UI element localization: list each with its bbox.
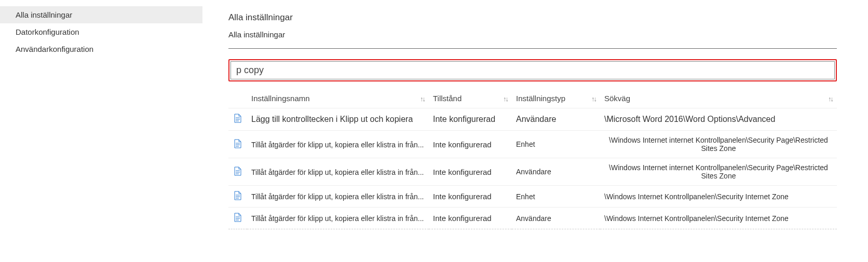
row-icon-cell [228, 208, 247, 229]
column-header-state[interactable]: Tillstånd ↑↓ [429, 89, 512, 108]
row-path-cell: \Windows Internet Kontrollpanelen\Securi… [600, 186, 837, 208]
column-header-label: Inställningstyp [516, 94, 565, 103]
sidebar-item-label: Datorkonfiguration [16, 27, 79, 36]
row-icon-cell [228, 186, 247, 208]
search-highlight [228, 59, 837, 81]
setting-name: Lägg till kontrolltecken i Klipp ut och … [251, 115, 413, 124]
row-icon-cell [228, 108, 247, 131]
table-row[interactable]: Lägg till kontrolltecken i Klipp ut och … [228, 108, 837, 131]
table-row[interactable]: Tillåt åtgärder för klipp ut, kopiera el… [228, 208, 837, 229]
document-icon [234, 167, 242, 177]
main-content: Alla inställningar Alla inställningar In… [202, 0, 868, 229]
row-name-cell: Tillåt åtgärder för klipp ut, kopiera el… [247, 208, 429, 229]
sidebar-item-computer-config[interactable]: Datorkonfiguration [0, 23, 202, 40]
sidebar-item-all-settings[interactable]: Alla inställningar [0, 6, 202, 23]
row-path-cell: \Windows Internet internet Kontrollpanel… [600, 158, 837, 186]
sidebar-item-user-config[interactable]: Användarkonfiguration [0, 40, 202, 58]
column-header-label: Inställningsnamn [251, 94, 310, 103]
document-icon [234, 139, 242, 150]
row-type-cell: Enhet [512, 186, 600, 208]
setting-name: Tillåt åtgärder för klipp ut, kopiera el… [251, 214, 424, 223]
sidebar: Alla inställningar Datorkonfiguration An… [0, 0, 202, 229]
settings-table: Inställningsnamn ↑↓ Tillstånd ↑↓ Inställ… [228, 89, 837, 229]
row-name-cell: Tillåt åtgärder för klipp ut, kopiera el… [247, 131, 429, 158]
document-icon [234, 213, 242, 224]
page-subtitle: Alla inställningar [228, 30, 837, 43]
document-icon [234, 114, 242, 125]
row-state-cell: Inte konfigurerad [429, 108, 512, 131]
table-row[interactable]: Tillåt åtgärder för klipp ut, kopiera el… [228, 158, 837, 186]
sort-icon[interactable]: ↑↓ [420, 94, 425, 102]
sort-icon[interactable]: ↑↓ [828, 94, 833, 102]
sidebar-item-label: Användarkonfiguration [16, 45, 93, 53]
row-name-cell: Tillåt åtgärder för klipp ut, kopiera el… [247, 158, 429, 186]
divider [228, 48, 837, 49]
row-icon-cell [228, 158, 247, 186]
setting-name: Tillåt åtgärder för klipp ut, kopiera el… [251, 141, 424, 149]
row-path-cell: \Windows Internet Kontrollpanelen\Securi… [600, 208, 837, 229]
sort-icon[interactable]: ↑↓ [503, 94, 508, 102]
row-icon-cell [228, 131, 247, 158]
table-row[interactable]: Tillåt åtgärder för klipp ut, kopiera el… [228, 186, 837, 208]
row-type-cell: Enhet [512, 131, 600, 158]
setting-name: Tillåt åtgärder för klipp ut, kopiera el… [251, 168, 424, 176]
row-type-cell: Användare [512, 158, 600, 186]
search-input[interactable] [230, 61, 835, 79]
row-state-cell: Inte konfigurerad [429, 186, 512, 208]
sort-icon[interactable]: ↑↓ [591, 94, 596, 102]
setting-name: Tillåt åtgärder för klipp ut, kopiera el… [251, 192, 424, 201]
table-row[interactable]: Tillåt åtgärder för klipp ut, kopiera el… [228, 131, 837, 158]
row-name-cell: Lägg till kontrolltecken i Klipp ut och … [247, 108, 429, 131]
row-type-cell: Användare [512, 108, 600, 131]
row-name-cell: Tillåt åtgärder för klipp ut, kopiera el… [247, 186, 429, 208]
column-header-icon [228, 89, 247, 108]
column-header-label: Sökväg [604, 94, 630, 103]
row-state-cell: Inte konfigurerad [429, 208, 512, 229]
row-state-cell: Inte konfigurerad [429, 158, 512, 186]
row-path-cell: \Microsoft Word 2016\Word Options\Advanc… [600, 108, 837, 131]
column-header-name[interactable]: Inställningsnamn ↑↓ [247, 89, 429, 108]
document-icon [234, 191, 242, 202]
row-path-cell: \Windows Internet internet Kontrollpanel… [600, 131, 837, 158]
row-type-cell: Användare [512, 208, 600, 229]
sidebar-item-label: Alla inställningar [16, 10, 72, 19]
column-header-label: Tillstånd [433, 94, 462, 103]
page-title: Alla inställningar [228, 12, 837, 23]
row-state-cell: Inte konfigurerad [429, 131, 512, 158]
column-header-type[interactable]: Inställningstyp ↑↓ [512, 89, 600, 108]
column-header-path[interactable]: Sökväg ↑↓ [600, 89, 837, 108]
